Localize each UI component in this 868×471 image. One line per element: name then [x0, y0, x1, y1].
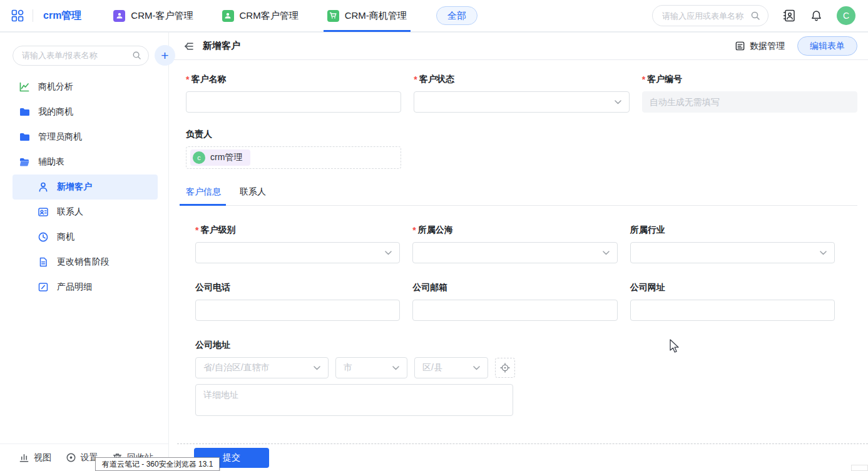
field-company-email: 公司邮箱	[412, 282, 617, 321]
form-search-input[interactable]	[22, 51, 132, 60]
app-icon-green-person	[222, 10, 234, 22]
form-content: *客户名称 *客户状态 *客户编号 负责人	[169, 60, 868, 443]
customer-name-input[interactable]	[186, 91, 401, 113]
company-email-input[interactable]	[412, 300, 617, 321]
field-label: 公司地址	[195, 340, 230, 351]
field-industry: 所属行业	[630, 225, 835, 263]
clock-icon	[38, 231, 49, 243]
required-star: *	[195, 225, 198, 235]
user-avatar[interactable]: C	[837, 6, 855, 25]
field-owner: 负责人 c crm管理	[186, 129, 401, 169]
field-customer-name: *客户名称	[186, 74, 401, 113]
sidebar-item-label: 管理员商机	[38, 131, 82, 143]
required-star: *	[186, 74, 189, 84]
customer-level-select[interactable]	[195, 242, 400, 263]
locate-icon	[500, 363, 510, 373]
sidebar-item-contacts[interactable]: 联系人	[0, 200, 168, 225]
browser-tooltip: 有道云笔记 - 360安全浏览器 13.1	[95, 457, 220, 471]
public-sea-select[interactable]	[412, 242, 617, 263]
field-label: 客户级别	[200, 225, 235, 236]
chevron-down-icon	[392, 366, 399, 370]
chevron-down-icon	[314, 366, 320, 370]
app-tab-label: CRM客户管理	[240, 10, 299, 22]
search-icon	[750, 11, 760, 21]
sidebar-item-auxiliary-tables[interactable]: 辅助表	[0, 149, 168, 175]
sidebar-item-label: 商机分析	[38, 81, 73, 93]
all-apps-button[interactable]: 全部	[436, 6, 477, 25]
customer-no-input	[642, 91, 857, 113]
field-label: 公司网址	[630, 282, 665, 293]
app-tab-label: CRM-客户管理	[131, 10, 193, 22]
app-search-input[interactable]	[662, 11, 750, 21]
chevron-down-icon	[615, 100, 621, 104]
customer-info-panel: *客户级别 *所属公海 所属行业	[186, 206, 857, 418]
form-search	[13, 46, 149, 66]
district-select[interactable]: 区/县	[414, 357, 488, 378]
app-tab-crm-opportunity-mgmt[interactable]: CRM-商机管理	[327, 0, 407, 32]
field-customer-status: *客户状态	[414, 74, 629, 113]
contact-card-icon	[38, 206, 49, 218]
field-customer-no: *客户编号	[642, 74, 857, 113]
settings-icon	[66, 452, 76, 463]
owner-tag[interactable]: c crm管理	[190, 149, 250, 166]
views-label: 视图	[34, 452, 51, 463]
form-header: 新增客户 数据管理 编辑表单	[169, 33, 868, 60]
field-company-website: 公司网址	[630, 282, 835, 321]
data-manage-button[interactable]: 数据管理	[735, 41, 785, 52]
search-icon	[132, 51, 141, 60]
owner-avatar: c	[193, 151, 205, 164]
form-footer: 提交	[177, 443, 868, 471]
address-detail-textarea[interactable]	[195, 384, 513, 416]
folder-open-icon	[19, 156, 30, 168]
main-panel: 新增客户 数据管理 编辑表单 *客户名称 *客户状态	[169, 33, 868, 471]
app-tab-crm-customer-mgmt-1[interactable]: CRM-客户管理	[113, 0, 193, 32]
field-label: 负责人	[186, 129, 401, 140]
add-form-button[interactable]: +	[155, 45, 175, 66]
app-search	[652, 5, 768, 26]
province-select[interactable]: 省/自治区/直辖市	[195, 357, 329, 378]
edit-form-button[interactable]: 编辑表单	[797, 36, 857, 56]
data-manage-icon	[735, 41, 745, 51]
owner-picker[interactable]: c crm管理	[186, 146, 401, 169]
sidebar-item-product-details[interactable]: 产品明细	[0, 275, 168, 300]
field-customer-level: *客户级别	[195, 225, 400, 263]
views-button[interactable]: 视图	[19, 452, 51, 463]
sidebar-item-opportunities[interactable]: 商机	[0, 225, 168, 250]
industry-select[interactable]	[630, 242, 835, 263]
sidebar-item-label: 产品明细	[57, 281, 92, 293]
bell-icon[interactable]	[810, 9, 823, 23]
city-select[interactable]: 市	[335, 357, 407, 378]
back-icon[interactable]	[183, 41, 195, 52]
sidebar-item-label: 更改销售阶段	[57, 256, 110, 268]
customer-status-select[interactable]	[414, 91, 629, 113]
company-website-input[interactable]	[630, 300, 835, 321]
sidebar-item-label: 联系人	[57, 206, 83, 218]
person-icon	[38, 181, 49, 193]
sidebar-item-my-opportunities[interactable]: 我的商机	[0, 99, 168, 124]
sidebar-item-change-sales-stage[interactable]: 更改销售阶段	[0, 250, 168, 275]
sidebar-item-new-customer[interactable]: 新增客户	[13, 175, 158, 200]
app-tab-crm-customer-mgmt-2[interactable]: CRM客户管理	[222, 0, 299, 32]
sidebar-item-label: 辅助表	[38, 156, 64, 168]
views-icon	[19, 452, 29, 463]
note-edit-icon	[38, 281, 49, 293]
folder-icon	[19, 106, 30, 118]
sidebar-item-admin-opportunities[interactable]: 管理员商机	[0, 124, 168, 149]
settings-button[interactable]: 设置	[66, 452, 98, 463]
apps-grid-icon[interactable]	[11, 9, 24, 22]
field-company-address: 公司地址 省/自治区/直辖市 市 区/县	[195, 340, 835, 418]
field-label: 公司电话	[195, 282, 230, 293]
sidebar-item-label: 我的商机	[38, 106, 73, 118]
sidebar-item-opportunity-analysis[interactable]: 商机分析	[0, 74, 168, 99]
company-phone-input[interactable]	[195, 300, 400, 321]
tab-contacts[interactable]: 联系人	[240, 186, 266, 205]
home-app-name[interactable]: crm管理	[43, 9, 81, 23]
required-star: *	[642, 74, 645, 84]
chevron-down-icon	[603, 251, 610, 255]
app-icon-green-cart	[327, 10, 339, 22]
ghost-box	[851, 465, 868, 471]
tab-customer-info[interactable]: 客户信息	[186, 186, 221, 205]
chevron-down-icon	[820, 251, 827, 255]
locate-button[interactable]	[495, 358, 515, 378]
contacts-icon[interactable]	[782, 9, 796, 23]
